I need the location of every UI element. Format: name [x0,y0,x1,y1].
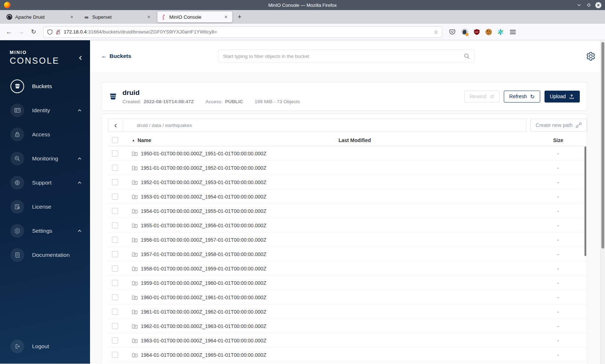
object-name[interactable]: 1950-01-01T00:00:00.000Z_1951-01-01T00:0… [141,151,266,156]
table-scrollbar-thumb[interactable] [584,146,586,256]
object-name[interactable]: 1956-01-01T00:00:00.000Z_1957-01-01T00:0… [141,237,266,243]
row-checkbox[interactable] [112,352,118,358]
window-close-icon[interactable]: ✕ [595,2,601,8]
object-name[interactable]: 1962-01-01T00:00:00.000Z_1963-01-01T00:0… [141,323,266,329]
sidebar-item-documentation[interactable]: Documentation [0,243,90,267]
sidebar-item-monitoring[interactable]: Monitoring [0,146,90,170]
settings-gear-icon[interactable] [586,51,596,61]
bookmark-star-icon[interactable]: ☆ [434,29,438,35]
insecure-lock-icon[interactable] [55,29,61,35]
cookie-icon[interactable] [485,29,492,35]
object-name[interactable]: 1952-01-01T00:00:00.000Z_1953-01-01T00:0… [141,179,266,185]
column-header-last-modified[interactable]: Last Modified [319,137,391,143]
row-checkbox[interactable] [112,237,118,243]
upload-button[interactable]: Upload [544,91,580,103]
table-row[interactable]: 1954-01-01T00:00:00.000Z_1955-01-01T00:0… [108,204,587,218]
shield-icon[interactable] [47,29,53,35]
table-row[interactable]: 1962-01-01T00:00:00.000Z_1963-01-01T00:0… [108,319,587,333]
sidebar-item-buckets[interactable]: Buckets [0,74,90,98]
page-scrollbar-thumb[interactable] [601,42,604,249]
refresh-button[interactable]: Refresh ↻ [504,91,540,103]
object-name[interactable]: 1960-01-01T00:00:00.000Z_1961-01-01T00:0… [141,295,266,300]
sidebar-item-identity[interactable]: Identity [0,98,90,122]
tab-superset[interactable]: ∞ Superset ✕ [80,12,155,22]
tab-close-icon[interactable]: ✕ [69,14,75,20]
back-to-buckets-link[interactable]: ← Buckets [101,53,131,59]
row-checkbox[interactable] [112,294,118,300]
table-row[interactable]: 1960-01-01T00:00:00.000Z_1961-01-01T00:0… [108,290,587,305]
sidebar-collapse-icon[interactable] [78,55,84,61]
reload-button[interactable]: ↻ [28,27,39,37]
sidebar-item-access[interactable]: Access [0,122,90,146]
table-row[interactable]: 1959-01-01T00:00:00.000Z_1960-01-01T00:0… [108,276,587,290]
table-row[interactable]: 1955-01-01T00:00:00.000Z_1956-01-01T00:0… [108,218,587,233]
table-row[interactable]: 1952-01-01T00:00:00.000Z_1953-01-01T00:0… [108,175,587,190]
table-row[interactable]: 1964-01-01T00:00:00.000Z_1965-01-01T00:0… [108,348,587,362]
search-input[interactable] [223,54,464,59]
url-bar[interactable]: 172.18.0.4:31664/buckets/druid/browse/ZG… [43,26,442,38]
row-checkbox[interactable] [112,179,118,185]
table-row[interactable]: 1956-01-01T00:00:00.000Z_1957-01-01T00:0… [108,233,587,247]
row-checkbox[interactable] [112,194,118,200]
object-name[interactable]: 1964-01-01T00:00:00.000Z_1965-01-01T00:0… [141,352,266,358]
sidebar-item-support[interactable]: Support [0,170,90,195]
pocket-icon[interactable] [449,28,456,36]
sort-ascending-icon[interactable]: ▲ [132,138,135,142]
row-checkbox[interactable] [112,309,118,315]
table-row[interactable]: 1953-01-01T00:00:00.000Z_1954-01-01T00:0… [108,190,587,204]
object-name[interactable]: 1954-01-01T00:00:00.000Z_1955-01-01T00:0… [141,208,266,214]
create-new-path-button[interactable]: Create new path [530,119,587,132]
column-header-size[interactable]: Size [529,137,587,143]
table-row[interactable]: 1963-01-01T00:00:00.000Z_1964-01-01T00:0… [108,333,587,348]
object-name[interactable]: 1963-01-01T00:00:00.000Z_1964-01-01T00:0… [141,338,266,343]
path-back-button[interactable]: ‹ [108,118,123,132]
table-row[interactable]: 1958-01-01T00:00:00.000Z_1959-01-01T00:0… [108,261,587,276]
row-checkbox[interactable] [112,323,118,329]
row-checkbox[interactable] [112,150,118,156]
object-name[interactable]: 1953-01-01T00:00:00.000Z_1954-01-01T00:0… [141,194,266,200]
new-tab-button[interactable]: + [233,13,246,22]
forward-button: → [16,27,27,37]
chevron-up-icon[interactable] [77,180,82,185]
row-checkbox[interactable] [112,280,118,286]
window-minimize-icon[interactable] [576,2,582,8]
row-checkbox[interactable] [112,265,118,272]
ublock-origin-icon[interactable]: UO [473,28,480,36]
filter-search-box[interactable] [218,49,475,63]
extension-asterisk-icon[interactable] [497,28,504,36]
table-row[interactable]: 1951-01-01T00:00:00.000Z_1952-01-01T00:0… [108,161,587,175]
table-row[interactable]: 1961-01-01T00:00:00.000Z_1962-01-01T00:0… [108,305,587,319]
select-all-checkbox[interactable] [112,137,118,143]
chevron-up-icon[interactable] [77,108,82,113]
profile-avatar-icon[interactable] [461,28,468,36]
tab-close-icon[interactable]: ✕ [223,14,229,20]
object-name[interactable]: 1959-01-01T00:00:00.000Z_1960-01-01T00:0… [141,280,266,286]
breadcrumb[interactable]: druid / data / earthquakes [123,118,526,132]
row-checkbox[interactable] [112,165,118,171]
tab-close-icon[interactable]: ✕ [146,14,152,20]
row-checkbox[interactable] [112,222,118,228]
object-name[interactable]: 1958-01-01T00:00:00.000Z_1959-01-01T00:0… [141,266,266,272]
window-maximize-icon[interactable] [586,2,592,8]
tab-minio-console[interactable]: MinIO Console ✕ [157,12,232,22]
row-checkbox[interactable] [112,208,118,214]
page-scrollbar[interactable] [600,41,605,364]
menu-hamburger-icon[interactable] [509,28,516,36]
object-name[interactable]: 1957-01-01T00:00:00.000Z_1958-01-01T00:0… [141,251,266,257]
chevron-up-icon[interactable] [77,156,82,161]
table-row[interactable]: 1957-01-01T00:00:00.000Z_1958-01-01T00:0… [108,247,587,261]
object-name[interactable]: 1955-01-01T00:00:00.000Z_1956-01-01T00:0… [141,223,266,228]
row-checkbox[interactable] [112,251,118,257]
column-header-name[interactable]: Name [138,137,151,143]
object-name[interactable]: 1961-01-01T00:00:00.000Z_1962-01-01T00:0… [141,309,266,315]
sidebar-item-settings[interactable]: Settings [0,219,90,243]
sidebar-item-license[interactable]: License [0,195,90,219]
chevron-up-icon[interactable] [77,228,82,233]
object-name[interactable]: 1951-01-01T00:00:00.000Z_1952-01-01T00:0… [141,165,266,171]
url-text[interactable]: 172.18.0.4:31664/buckets/druid/browse/ZG… [64,29,217,35]
back-button[interactable]: ← [4,27,14,37]
row-checkbox[interactable] [112,337,118,343]
tab-apache-druid[interactable]: Apache Druid ✕ [3,12,78,22]
table-row[interactable]: 1950-01-01T00:00:00.000Z_1951-01-01T00:0… [108,146,587,161]
sidebar-item-logout[interactable]: Logout [0,334,90,358]
